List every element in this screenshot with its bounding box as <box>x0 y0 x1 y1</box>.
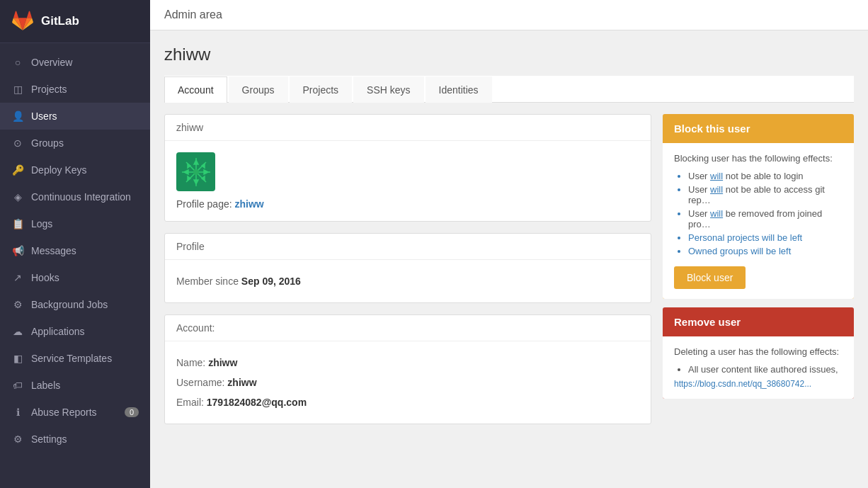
sidebar-item-hooks[interactable]: ↗ Hooks <box>0 264 150 291</box>
sidebar-item-applications[interactable]: ☁ Applications <box>0 318 150 345</box>
sidebar-item-label: Groups <box>31 137 64 149</box>
deploy-keys-icon: 🔑 <box>11 164 24 176</box>
sidebar-item-labels[interactable]: 🏷 Labels <box>0 372 150 399</box>
sidebar-item-deploy-keys[interactable]: 🔑 Deploy Keys <box>0 157 150 183</box>
remove-panel-header: Remove user <box>663 307 854 336</box>
member-since-date: Sep 09, 2016 <box>241 276 301 287</box>
sidebar: GitLab ○ Overview ◫ Projects 👤 Users ⊙ G… <box>0 0 150 488</box>
avatar-image <box>178 154 214 190</box>
sidebar-item-label: Deploy Keys <box>31 164 87 176</box>
sidebar-item-background-jobs[interactable]: ⚙ Background Jobs <box>0 291 150 318</box>
profile-link-text: Profile page: zhiww <box>176 198 639 210</box>
sidebar-item-label: Overview <box>31 57 72 68</box>
sidebar-item-label: Labels <box>31 380 60 391</box>
avatar-card: zhiww <box>164 114 651 222</box>
block-panel: Block this user Blocking user has the fo… <box>663 114 854 299</box>
sidebar-item-abuse-reports[interactable]: ℹ Abuse Reports 0 <box>0 399 150 426</box>
applications-icon: ☁ <box>11 325 24 338</box>
tab-projects[interactable]: Projects <box>290 76 353 103</box>
left-column: zhiww <box>164 114 651 436</box>
remove-panel: Remove user Deleting a user has the foll… <box>663 307 854 399</box>
projects-icon: ◫ <box>11 83 24 96</box>
remove-effect-1: All user content like authored issues, <box>688 364 843 375</box>
block-effect-4: Personal projects will be left <box>688 232 843 243</box>
settings-icon: ⚙ <box>11 433 24 446</box>
user-name-heading: zhiww <box>164 45 854 64</box>
hooks-icon: ↗ <box>11 271 24 284</box>
app-name: GitLab <box>41 14 79 28</box>
nav-list: ○ Overview ◫ Projects 👤 Users ⊙ Groups 🔑… <box>0 43 150 458</box>
account-card-body: Name: zhiww Username: zhiww Email: 17918… <box>165 341 651 424</box>
block-panel-body: Blocking user has the following effects:… <box>663 143 854 299</box>
sidebar-item-label: Abuse Reports <box>31 407 97 418</box>
username-value: zhiww <box>227 377 256 388</box>
groups-icon: ⊙ <box>11 137 24 149</box>
sidebar-item-label: Service Templates <box>31 353 112 364</box>
sidebar-item-settings[interactable]: ⚙ Settings <box>0 426 150 453</box>
member-since-row: Member since Sep 09, 2016 <box>176 271 639 291</box>
logs-icon: 📋 <box>11 217 24 230</box>
profile-card: Profile Member since Sep 09, 2016 <box>164 233 651 303</box>
top-bar: Admin area <box>150 0 868 30</box>
block-effect-1: User will not be able to login <box>688 171 843 181</box>
sidebar-item-service-templates[interactable]: ◧ Service Templates <box>0 345 150 372</box>
avatar-card-body: Profile page: zhiww <box>165 141 651 221</box>
svg-point-13 <box>193 169 199 175</box>
remove-ref-link: https://blog.csdn.net/qq_38680742... <box>674 379 843 389</box>
email-value: 1791824082@qq.com <box>207 397 307 408</box>
username-row: Username: zhiww <box>176 373 639 392</box>
content-area: zhiww Account Groups Projects SSH keys I… <box>150 30 868 488</box>
name-row: Name: zhiww <box>176 353 639 373</box>
sidebar-item-label: Background Jobs <box>31 299 108 310</box>
labels-icon: 🏷 <box>11 379 24 392</box>
service-templates-icon: ◧ <box>11 352 24 365</box>
sidebar-item-label: Logs <box>31 218 52 229</box>
ci-icon: ◈ <box>11 191 24 203</box>
email-row: Email: 1791824082@qq.com <box>176 392 639 412</box>
account-card-header: Account: <box>165 315 651 341</box>
right-column: Block this user Blocking user has the fo… <box>663 114 854 399</box>
block-panel-header: Block this user <box>663 114 854 143</box>
block-effect-2: User will not be able to access git rep… <box>688 184 843 205</box>
tab-groups[interactable]: Groups <box>229 76 288 103</box>
tab-ssh-keys[interactable]: SSH keys <box>353 76 423 103</box>
two-col-layout: zhiww <box>164 114 854 436</box>
abuse-reports-badge: 0 <box>125 407 139 417</box>
profile-card-body: Member since Sep 09, 2016 <box>165 260 651 302</box>
profile-link-username[interactable]: zhiww <box>235 198 264 210</box>
main-area: Admin area zhiww Account Groups Projects… <box>150 0 868 488</box>
gitlab-logo-icon <box>11 10 34 33</box>
sidebar-item-continuous-integration[interactable]: ◈ Continuous Integration <box>0 183 150 210</box>
tab-identities[interactable]: Identities <box>426 76 492 103</box>
sidebar-item-projects[interactable]: ◫ Projects <box>0 76 150 103</box>
messages-icon: 📢 <box>11 244 24 257</box>
tab-account[interactable]: Account <box>164 76 227 103</box>
email-label: Email: <box>176 397 204 408</box>
profile-card-header: Profile <box>165 234 651 260</box>
sidebar-item-label: Projects <box>31 84 67 95</box>
sidebar-item-label: Messages <box>31 245 76 256</box>
remove-panel-description: Deleting a user has the following effect… <box>674 346 843 357</box>
sidebar-item-messages[interactable]: 📢 Messages <box>0 237 150 264</box>
sidebar-item-users[interactable]: 👤 Users <box>0 103 150 130</box>
block-effects-list: User will not be able to login User will… <box>674 171 843 256</box>
avatar <box>176 152 215 191</box>
tab-bar: Account Groups Projects SSH keys Identit… <box>164 76 854 103</box>
avatar-card-header: zhiww <box>165 115 651 141</box>
block-panel-description: Blocking user has the following effects: <box>674 153 843 164</box>
block-effect-3: User will be removed from joined pro… <box>688 208 843 229</box>
overview-icon: ○ <box>11 56 24 69</box>
block-user-button[interactable]: Block user <box>674 266 746 289</box>
sidebar-logo[interactable]: GitLab <box>0 0 150 43</box>
sidebar-item-logs[interactable]: 📋 Logs <box>0 210 150 237</box>
username-label: Username: <box>176 377 224 388</box>
background-jobs-icon: ⚙ <box>11 298 24 311</box>
account-card: Account: Name: zhiww Username: zhiww Ema… <box>164 314 651 424</box>
sidebar-item-label: Hooks <box>31 272 59 283</box>
sidebar-item-label: Applications <box>31 326 85 337</box>
sidebar-item-groups[interactable]: ⊙ Groups <box>0 130 150 157</box>
sidebar-item-label: Continuous Integration <box>31 191 131 203</box>
name-label: Name: <box>176 357 205 368</box>
remove-effects-list: All user content like authored issues, <box>674 364 843 375</box>
sidebar-item-overview[interactable]: ○ Overview <box>0 49 150 76</box>
